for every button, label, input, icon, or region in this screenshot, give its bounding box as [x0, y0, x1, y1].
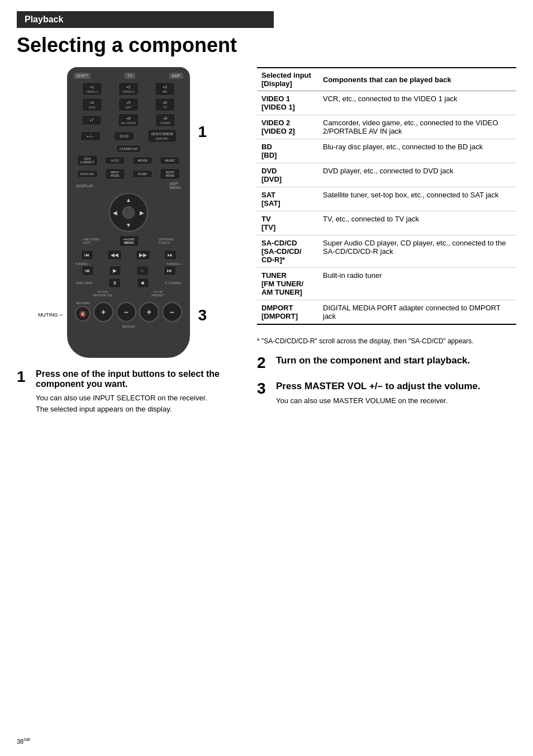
btn-8[interactable]: •8SA-CD/CD — [118, 114, 140, 127]
step-3-title: Press MASTER VOL +/– to adjust the volum… — [276, 381, 480, 392]
right-steps: 2 Turn on the component and start playba… — [257, 355, 516, 407]
nav-left-arrow[interactable]: ◀ — [113, 210, 117, 216]
table-cell-input: VIDEO 2 [VIDEO 2] — [257, 115, 318, 139]
table-cell-component: DIGITAL MEDIA PORT adapter connected to … — [318, 300, 516, 325]
table-cell-input: TUNER [FM TUNER/ AM TUNER] — [257, 268, 318, 300]
step-1-body: Press one of the input buttons to select… — [36, 369, 240, 414]
btn-pause[interactable]: ⏸ — [108, 278, 121, 288]
table-footnote: * "SA-CD/CD/CD-R" scroll across the disp… — [257, 336, 516, 346]
btn-minus[interactable]: •-/-- — [80, 131, 101, 141]
btn-next[interactable]: ⏭ — [164, 250, 177, 260]
volume-section: •MUTING 🔇 + – + – — [74, 301, 183, 323]
btn-afd[interactable]: A.F.D. — [105, 157, 125, 164]
btn-input-mode[interactable]: INPUTMODE — [105, 168, 125, 179]
table-row: TV [TV]TV, etc., connected to TV jack — [257, 211, 516, 235]
step-1-desc-1: You can also use INPUT SELECTOR on the r… — [36, 393, 240, 404]
step-3-overlay: 3 — [198, 306, 207, 324]
muting-button[interactable]: 🔇 — [75, 306, 91, 322]
btn-6[interactable]: •6TV — [155, 98, 175, 111]
step-2-body: Turn on the component and start playback… — [276, 355, 470, 371]
remote-row-3: •7 •8SA-CD/CD •9TUNER — [74, 114, 183, 127]
home-menu-btn[interactable]: •HOMEMENU — [119, 235, 139, 247]
btn-movie[interactable]: MOVIE — [132, 157, 153, 164]
nav-circle[interactable]: ▲ ▼ ◀ ▶ — [109, 193, 148, 232]
page-title: Selecting a component — [17, 34, 516, 57]
table-row: SA-CD/CD [SA-CD/CD/ CD-R]*Super Audio CD… — [257, 235, 516, 268]
btn-5[interactable]: •5SAT — [118, 98, 139, 111]
step-1-title: Press one of the input buttons to select… — [36, 369, 240, 389]
tv-btn: TV — [125, 73, 135, 79]
table-row: DMPORT [DMPORT]DIGITAL MEDIA PORT adapte… — [257, 300, 516, 325]
btn-stop-circle[interactable]: ○ — [136, 266, 149, 276]
table-cell-input: SAT [SAT] — [257, 187, 318, 211]
btn-ffwd[interactable]: ▶▶ — [136, 250, 150, 260]
step-2-title: Turn on the component and start playback… — [276, 355, 470, 366]
btn-2[interactable]: •2VIDEO 2 — [118, 82, 139, 96]
function-row-1: 2CH/A.DIRECT A.F.D. MOVIE MUSIC — [74, 155, 183, 166]
btn-0[interactable]: 0/10 — [114, 131, 134, 141]
amp-menu-label: AMPMENU — [169, 182, 181, 190]
table-row: BD [BD]Blu-ray disc player, etc., connec… — [257, 139, 516, 163]
btn-play[interactable]: ▶ — [109, 266, 121, 276]
btn-2ch[interactable]: 2CH/A.DIRECT — [77, 155, 98, 166]
left-column: SHIFT TV AMP •1VIDEO 1 •2VIDEO 2 •3BD •4… — [17, 67, 240, 423]
transport-row-1: ⏮ ◀◀ ▶▶ ⏭ — [74, 250, 183, 260]
step-1-overlay: 1 — [198, 123, 207, 141]
component-table: Selected input [Display] Components that… — [257, 67, 516, 325]
vol-minus-btn2[interactable]: – — [162, 302, 182, 322]
nav-up-arrow[interactable]: ▲ — [126, 197, 131, 203]
display-amp-row: •DISPLAY AMPMENU — [74, 182, 183, 190]
table-cell-component: DVD player, etc., connected to DVD jack — [318, 163, 516, 187]
muting-side-label: MUTING ─ — [38, 312, 63, 318]
table-cell-component: VCR, etc., connected to the VIDEO 1 jack — [318, 91, 516, 115]
return-label: •RETURN/EXIT — [83, 238, 99, 244]
table-row: VIDEO 2 [VIDEO 2]Camcorder, video game, … — [257, 115, 516, 139]
btn-1[interactable]: •1VIDEO 1 — [82, 82, 102, 96]
table-cell-component: Built-in radio tuner — [318, 268, 516, 300]
disc-skip-row: DISC SKIP ⏸ ■ D.TUNING — [74, 278, 183, 288]
vol-plus-btn[interactable]: + — [93, 302, 113, 322]
nav-center-btn[interactable] — [122, 206, 135, 219]
btn-prev2[interactable]: ⏮ — [82, 266, 94, 276]
remote-row-2: •4DVD •5SAT •6TV — [74, 98, 183, 111]
nav-labels-row: •RETURN/EXIT •HOMEMENU OPTIONSTOOLS — [74, 235, 183, 247]
step-1-desc-2: The selected input appears on the displa… — [36, 404, 240, 415]
btn-music[interactable]: MUSIC — [160, 157, 180, 164]
step-1-number: 1 — [17, 369, 29, 414]
btn-stop[interactable]: ■ — [137, 278, 149, 288]
amp-btn: AMP — [169, 73, 183, 79]
btn-autocal[interactable]: AUTO CAL — [77, 170, 98, 178]
btn-rewind[interactable]: ◀◀ — [107, 250, 122, 260]
clear-row: CLEAR/>10 — [74, 145, 183, 153]
vol-minus-btn[interactable]: – — [116, 302, 136, 322]
table-cell-input: DMPORT [DMPORT] — [257, 300, 318, 325]
btn-4[interactable]: •4DVD — [82, 98, 102, 111]
options-label: OPTIONSTOOLS — [159, 238, 174, 244]
btn-sleep[interactable]: SLEEP — [132, 170, 153, 178]
table-cell-input: DVD [DVD] — [257, 163, 318, 187]
step-3: 3 Press MASTER VOL +/– to adjust the vol… — [257, 381, 516, 407]
vol-labels-row: TV VOLMASTER VOL TV CHPRESET — [74, 290, 183, 297]
table-cell-component: Super Audio CD player, CD player, etc., … — [318, 235, 516, 268]
btn-9[interactable]: •9TUNER — [155, 114, 175, 127]
disc-skip-label: DISC SKIP — [76, 281, 93, 285]
vol-plus-btn2[interactable]: + — [139, 302, 159, 322]
btn-next2[interactable]: ⏭ — [164, 266, 176, 276]
table-cell-component: Blu-ray disc player, etc., connected to … — [318, 139, 516, 163]
display-label: •DISPLAY — [76, 184, 94, 188]
page-number-value: 38 — [17, 738, 23, 745]
table-cell-input: BD [BD] — [257, 139, 318, 163]
btn-ent[interactable]: •ENT/MEMDMPORT — [147, 129, 177, 143]
btn-7[interactable]: •7 — [82, 115, 102, 125]
function-row-2: AUTO CAL INPUTMODE SLEEP NIGHTMODE — [74, 168, 183, 179]
btn-clear[interactable]: CLEAR/>10 — [116, 145, 141, 153]
btn-night[interactable]: NIGHTMODE — [160, 168, 180, 179]
step-2: 2 Turn on the component and start playba… — [257, 355, 516, 371]
content-area: SHIFT TV AMP •1VIDEO 1 •2VIDEO 2 •3BD •4… — [17, 67, 516, 423]
btn-prev[interactable]: ⏮ — [81, 250, 93, 260]
btn-3[interactable]: •3BD — [155, 82, 175, 96]
tv-ch-label: TV CHPRESET — [151, 290, 164, 297]
nav-right-arrow[interactable]: ▶ — [140, 210, 144, 216]
tv-vol-label: TV VOLMASTER VOL — [93, 290, 113, 297]
nav-down-arrow[interactable]: ▼ — [126, 222, 131, 228]
